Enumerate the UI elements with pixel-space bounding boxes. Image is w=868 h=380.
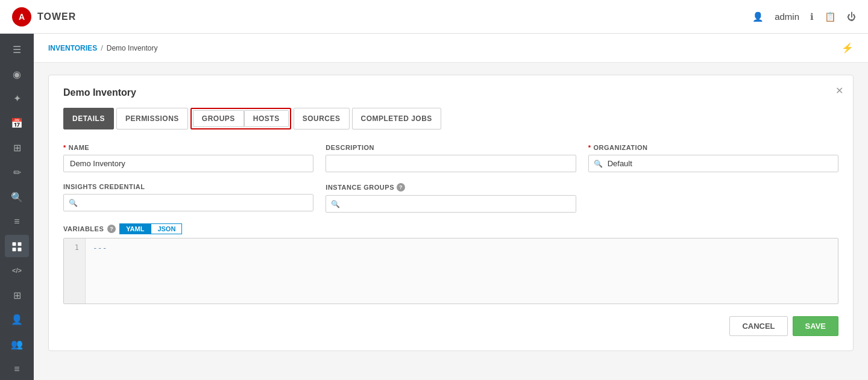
insights-label: INSIGHTS CREDENTIAL [63, 183, 313, 190]
action-bar: CANCEL SAVE [63, 316, 838, 336]
org-required-star: * [588, 144, 591, 151]
main-content: INVENTORIES / Demo Inventory ⚡ Demo Inve… [34, 34, 868, 380]
organization-input-wrapper: 🔍 [588, 155, 838, 172]
description-input[interactable] [326, 155, 576, 172]
tab-groups[interactable]: GROUPS [193, 110, 244, 127]
tab-group-highlight: GROUPS HOSTS [190, 108, 291, 129]
breadcrumb-bar: INVENTORIES / Demo Inventory ⚡ [34, 34, 868, 63]
panel-area: Demo Inventory ✕ DETAILS PERMISSIONS GRO… [34, 63, 868, 380]
app-name: TOWER [37, 11, 76, 22]
yaml-button[interactable]: YAML [119, 223, 151, 234]
variables-section: VARIABLES ? YAML JSON 1 --- [63, 223, 838, 304]
tab-details[interactable]: DETAILS [63, 108, 114, 129]
svg-rect-0 [13, 242, 16, 246]
spacer-group [588, 183, 838, 213]
tab-permissions[interactable]: PERMISSIONS [116, 108, 188, 129]
panel-title: Demo Inventory [63, 87, 838, 98]
sidebar-item-inventory[interactable] [5, 235, 29, 257]
name-input[interactable] [63, 155, 313, 172]
variables-label: VARIABLES ? YAML JSON [63, 223, 838, 234]
power-icon[interactable]: ⏻ [847, 11, 856, 22]
sidebar: ☰ ◉ ✦ 📅 ⊞ ✏ 🔍 ≡ </> ⊞ 👤 👥 ≡ [0, 34, 34, 380]
tab-completed-jobs[interactable]: COMPLETED JOBS [352, 108, 441, 129]
logo-icon: A [12, 7, 31, 26]
form-row-2: INSIGHTS CREDENTIAL 🔍 INSTANCE GROUPS ? … [63, 183, 838, 213]
save-button[interactable]: SAVE [793, 316, 838, 336]
breadcrumb-parent-link[interactable]: INVENTORIES [48, 44, 97, 52]
instance-groups-help-icon[interactable]: ? [397, 183, 405, 192]
breadcrumb-separator: / [101, 43, 103, 52]
tab-bar: DETAILS PERMISSIONS GROUPS HOSTS SOURCES… [63, 108, 838, 129]
variables-help-icon[interactable]: ? [107, 225, 116, 233]
sidebar-item-portal[interactable]: ⊞ [5, 137, 29, 159]
sidebar-item-teams[interactable]: 👥 [5, 333, 29, 355]
activity-icon[interactable]: ⚡ [841, 42, 854, 54]
panel-close-button[interactable]: ✕ [835, 85, 843, 96]
description-label: DESCRIPTION [326, 144, 576, 151]
sidebar-item-dashboard[interactable]: ◉ [5, 63, 29, 86]
sidebar-item-menu[interactable]: ☰ [5, 39, 29, 61]
svg-rect-2 [13, 248, 16, 251]
sidebar-item-schedules[interactable]: 📅 [5, 112, 29, 134]
organization-label: * ORGANIZATION [588, 144, 838, 151]
json-button[interactable]: JSON [151, 223, 182, 234]
form-row-1: * NAME DESCRIPTION * ORGANIZATION [63, 144, 838, 172]
svg-rect-3 [18, 248, 22, 251]
breadcrumb-current: Demo Inventory [107, 44, 158, 52]
cancel-button[interactable]: CANCEL [729, 316, 787, 336]
sidebar-item-code[interactable]: </> [5, 260, 29, 282]
instance-groups-field-group: INSTANCE GROUPS ? 🔍 [326, 183, 576, 213]
main-layout: ☰ ◉ ✦ 📅 ⊞ ✏ 🔍 ≡ </> ⊞ 👤 👥 ≡ INVENTORIES … [0, 34, 868, 380]
instance-groups-input[interactable] [345, 196, 575, 212]
user-icon: 👤 [752, 11, 764, 22]
sidebar-item-templates[interactable]: ✏ [5, 161, 29, 184]
insights-input-wrapper: 🔍 [63, 194, 313, 211]
variables-format-toggle: YAML JSON [119, 223, 182, 234]
insights-search-icon: 🔍 [64, 199, 83, 207]
sidebar-item-jobs[interactable]: ✦ [5, 88, 29, 110]
instance-groups-input-wrapper: 🔍 [326, 195, 576, 213]
organization-input[interactable] [608, 155, 838, 172]
name-label: * NAME [63, 144, 313, 151]
breadcrumb: INVENTORIES / Demo Inventory [48, 43, 157, 52]
sidebar-item-settings[interactable]: ≡ [5, 358, 29, 380]
sidebar-item-reports[interactable]: ⊞ [5, 284, 29, 307]
svg-rect-1 [18, 242, 22, 246]
tab-hosts[interactable]: HOSTS [244, 110, 289, 127]
notifications-icon[interactable]: 📋 [825, 11, 836, 22]
name-required-star: * [63, 144, 66, 151]
insights-input[interactable] [83, 195, 313, 211]
instance-groups-search-icon: 🔍 [326, 200, 345, 208]
description-field-group: DESCRIPTION [326, 144, 576, 172]
sidebar-item-search[interactable]: 🔍 [5, 186, 29, 208]
info-icon[interactable]: ℹ [810, 11, 814, 22]
insights-field-group: INSIGHTS CREDENTIAL 🔍 [63, 183, 313, 213]
logo-area: A TOWER [12, 7, 76, 26]
variables-content[interactable]: --- [86, 238, 838, 304]
sidebar-item-layers[interactable]: ≡ [5, 210, 29, 232]
top-nav-actions: 👤 admin ℹ 📋 ⏻ [752, 11, 856, 22]
name-field-group: * NAME [63, 144, 313, 172]
tab-sources[interactable]: SOURCES [294, 108, 350, 129]
top-navigation: A TOWER 👤 admin ℹ 📋 ⏻ [0, 0, 868, 34]
sidebar-item-users[interactable]: 👤 [5, 309, 29, 331]
line-numbers: 1 [64, 238, 86, 304]
inventory-panel: Demo Inventory ✕ DETAILS PERMISSIONS GRO… [48, 75, 854, 351]
variables-editor[interactable]: 1 --- [63, 238, 838, 304]
username-label: admin [775, 11, 799, 22]
instance-groups-label: INSTANCE GROUPS ? [326, 183, 576, 192]
organization-field-group: * ORGANIZATION 🔍 [588, 144, 838, 172]
org-search-icon: 🔍 [589, 160, 608, 168]
